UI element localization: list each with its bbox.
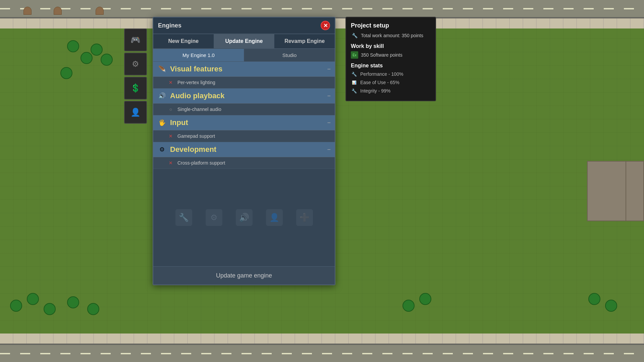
sub-tab-studio[interactable]: Studio — [244, 49, 335, 61]
visual-features-icon: 🪶 — [157, 64, 167, 74]
tree-decoration — [67, 40, 79, 52]
road-bottom — [0, 344, 644, 362]
total-work-label: Total work amount: 350 points — [361, 33, 423, 38]
npc-character — [96, 7, 104, 15]
sidebar-item-profile[interactable]: 👤 — [124, 101, 147, 124]
category-visual-features[interactable]: 🪶 Visual features − — [153, 62, 335, 77]
sidewalk-bottom — [0, 334, 644, 344]
gamepad-x-icon: ✕ — [167, 133, 174, 139]
wrench-icon: 🔧 — [351, 32, 358, 39]
audio-playback-label: Audio playback — [170, 92, 324, 100]
ghost-icon-5: ➕ — [296, 209, 313, 226]
npc-character — [54, 7, 62, 15]
tree-decoration — [419, 293, 431, 305]
total-work-row: 🔧 Total work amount: 350 points — [351, 32, 431, 39]
tree-decoration — [27, 293, 39, 305]
software-points-row: Ex 350 Software points — [351, 51, 431, 59]
engines-dialog: Engines ✕ New Engine Update Engine Revam… — [153, 17, 335, 285]
tree-decoration — [605, 300, 617, 312]
input-collapse-icon: − — [327, 119, 331, 126]
feature-list: 🪶 Visual features − ✕ Per-vertex lightin… — [153, 62, 335, 266]
category-development[interactable]: ⚙ Development − — [153, 142, 335, 157]
audio-collapse-icon: − — [327, 93, 331, 100]
tree-decoration — [60, 67, 72, 79]
tree-decoration — [10, 300, 22, 312]
engine-stats-title: Engine stats — [351, 63, 431, 69]
project-setup-title: Project setup — [351, 22, 431, 29]
work-by-skill-title: Work by skill — [351, 43, 431, 49]
ease-icon: 📊 — [351, 79, 358, 86]
audio-icon: 🔊 — [157, 91, 167, 101]
integrity-stat: 🔧 Integrity - 99% — [351, 87, 431, 94]
engine-tabs: New Engine Update Engine Revamp Engine — [153, 34, 335, 49]
sub-tab-engine[interactable]: My Engine 1.0 — [153, 49, 244, 61]
excel-icon: Ex — [351, 51, 358, 59]
sidebar-item-settings[interactable]: ⚙ — [124, 53, 147, 75]
per-vertex-x-icon: ✕ — [167, 79, 174, 86]
feature-per-vertex-lighting[interactable]: ✕ Per-vertex lighting — [153, 77, 335, 88]
input-icon: 🖐 — [157, 118, 167, 127]
building — [587, 161, 627, 221]
left-sidebar: 🎮 ⚙ 💲 👤 — [124, 28, 149, 124]
tree-decoration — [87, 303, 99, 315]
cross-platform-label: Cross-platform support — [177, 160, 225, 166]
tree-decoration — [44, 303, 56, 315]
performance-stat: 🔧 Performance - 100% — [351, 71, 431, 77]
development-collapse-icon: − — [327, 146, 331, 153]
feature-cross-platform[interactable]: ✕ Cross-platform support — [153, 157, 335, 169]
cross-platform-x-icon: ✕ — [167, 160, 174, 166]
engine-sub-tabs: My Engine 1.0 Studio — [153, 49, 335, 62]
tree-decoration — [67, 296, 79, 308]
ghost-icon-3: 🔊 — [236, 209, 253, 226]
building — [626, 161, 644, 221]
ghost-icon-4: 👤 — [266, 209, 283, 226]
visual-features-collapse-icon: − — [327, 66, 331, 73]
tree-decoration — [80, 52, 93, 64]
single-channel-label: Single-channel audio — [177, 107, 221, 112]
category-input[interactable]: 🖐 Input − — [153, 115, 335, 130]
ghost-icon-1: 🔧 — [175, 209, 192, 226]
development-label: Development — [170, 145, 324, 154]
dialog-title-bar: Engines ✕ — [153, 17, 335, 34]
performance-icon: 🔧 — [351, 71, 358, 77]
integrity-label: Integrity - 99% — [360, 88, 390, 94]
feature-gamepad-support[interactable]: ✕ Gamepad support — [153, 130, 335, 142]
dialog-title: Engines — [158, 22, 181, 29]
ghost-icon-2: ⚙ — [206, 209, 222, 226]
feature-single-channel-audio[interactable]: ○ Single-channel audio — [153, 104, 335, 115]
project-setup-panel: Project setup 🔧 Total work amount: 350 p… — [345, 17, 436, 101]
tree-decoration — [402, 300, 415, 312]
performance-label: Performance - 100% — [360, 71, 403, 77]
single-channel-circle-icon: ○ — [167, 106, 174, 113]
sidebar-item-gamepad[interactable]: 🎮 — [124, 28, 147, 51]
integrity-icon: 🔧 — [351, 87, 358, 94]
input-label: Input — [170, 118, 324, 127]
tree-decoration — [588, 293, 600, 305]
tab-revamp-engine[interactable]: Revamp Engine — [274, 34, 335, 48]
tree-decoration — [91, 44, 103, 56]
empty-feature-area: 🔧 ⚙ 🔊 👤 ➕ — [153, 169, 335, 266]
development-icon: ⚙ — [157, 145, 167, 154]
visual-features-label: Visual features — [170, 65, 324, 73]
tab-update-engine[interactable]: Update Engine — [214, 34, 275, 48]
update-game-engine-button[interactable]: Update game engine — [153, 266, 335, 285]
ease-of-use-stat: 📊 Ease of Use - 65% — [351, 79, 431, 86]
software-points-label: 350 Software points — [361, 52, 402, 58]
ease-of-use-label: Ease of Use - 65% — [360, 80, 399, 85]
tree-decoration — [101, 54, 113, 66]
npc-character — [23, 7, 32, 15]
sidebar-item-money[interactable]: 💲 — [124, 77, 147, 100]
category-audio-playback[interactable]: 🔊 Audio playback − — [153, 88, 335, 104]
close-button[interactable]: ✕ — [321, 21, 330, 30]
tab-new-engine[interactable]: New Engine — [153, 34, 214, 48]
per-vertex-label: Per-vertex lighting — [177, 80, 215, 85]
gamepad-support-label: Gamepad support — [177, 133, 215, 139]
